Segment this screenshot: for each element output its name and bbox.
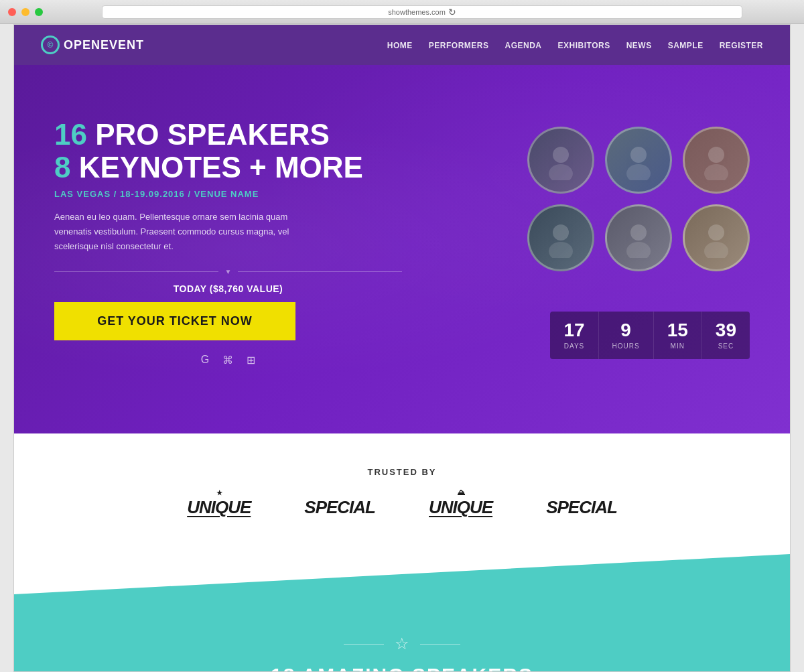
address-bar[interactable]: showthemes.com ↻: [102, 5, 742, 19]
svg-point-8: [630, 224, 647, 241]
headline-num1: 16: [54, 118, 87, 151]
svg-point-10: [708, 224, 724, 241]
svg-point-0: [553, 147, 569, 163]
trusted-section: TRUSTED BY UNIQUE SPECIAL UNIQUE SPECIAL: [14, 433, 790, 554]
close-button[interactable]: [8, 8, 16, 16]
speaker-avatar-2: [605, 127, 672, 194]
nav-performers[interactable]: PERFORMERS: [429, 41, 489, 50]
divider-line-right: [420, 644, 460, 645]
cta-button[interactable]: GET YOUR TICKET NOW: [54, 302, 295, 340]
seconds-label: SEC: [716, 342, 736, 350]
countdown-minutes: 15 MIN: [654, 312, 702, 359]
logo-icon: ©: [41, 36, 60, 54]
trusted-title: TRUSTED BY: [54, 467, 750, 477]
event-info: LAS VEGAS / 18-19.09.2016 / VENUE NAME: [54, 189, 402, 199]
headline-num2: 8: [54, 151, 70, 184]
speakers-grid: [527, 127, 750, 271]
nav-sample[interactable]: SAMPLE: [668, 41, 704, 50]
headline-text1: PRO SPEAKERS: [87, 118, 330, 151]
windows-icon: ⊞: [247, 354, 255, 366]
brand-logo-4: SPECIAL: [546, 497, 617, 518]
hours-number: 9: [612, 321, 640, 340]
apple-icon: ⌘: [222, 354, 233, 366]
svg-point-7: [549, 242, 573, 258]
nav-agenda[interactable]: AGENDA: [505, 41, 542, 50]
star-icon: ☆: [395, 634, 409, 653]
speakers-section: ☆ 18 AMAZING SPEAKERS +: [14, 594, 790, 672]
countdown-days: 17 DAYS: [550, 312, 598, 359]
minimize-button[interactable]: [21, 8, 29, 16]
trusted-logos: UNIQUE SPECIAL UNIQUE SPECIAL: [54, 497, 750, 518]
minutes-label: MIN: [667, 342, 688, 350]
nav-news[interactable]: NEWS: [626, 41, 652, 50]
speakers-section-title: 18 AMAZING SPEAKERS: [41, 664, 763, 672]
browser-window: showthemes.com ↻: [0, 0, 804, 24]
svg-point-2: [630, 147, 647, 163]
svg-point-6: [553, 224, 569, 241]
google-icon: G: [201, 354, 209, 366]
svg-point-4: [708, 147, 724, 163]
nav-menu: HOME PERFORMERS AGENDA EXHIBITORS NEWS S…: [387, 39, 763, 51]
logo[interactable]: © OPENEVENT: [41, 36, 144, 54]
svg-point-11: [704, 242, 728, 258]
price-text: TODAY ($8,760 VALUE): [54, 283, 402, 294]
speaker-avatar-5: [605, 204, 672, 271]
hours-label: HOURS: [612, 342, 640, 350]
seconds-number: 39: [716, 321, 736, 340]
hero-description: Aenean eu leo quam. Pellentesque ornare …: [54, 210, 309, 254]
maximize-button[interactable]: [35, 8, 43, 16]
logo-text: OPENEVENT: [64, 38, 144, 52]
days-label: DAYS: [563, 342, 584, 350]
nav-exhibitors[interactable]: EXHIBITORS: [558, 41, 610, 50]
nav-register[interactable]: REGISTER: [720, 41, 763, 50]
url-text: showthemes.com: [388, 8, 446, 16]
countdown-timer: 17 DAYS 9 HOURS 15 MIN 39 SEC: [550, 312, 750, 359]
section-divider: [14, 554, 790, 594]
nav-home[interactable]: HOME: [387, 41, 413, 50]
title-bar: showthemes.com ↻: [0, 0, 804, 24]
headline-text2: KEYNOTES + MORE: [70, 151, 362, 184]
svg-point-3: [626, 164, 651, 180]
navbar: © OPENEVENT HOME PERFORMERS AGENDA EXHIB…: [14, 25, 790, 65]
speaker-avatar-6: [683, 204, 750, 271]
hero-section: 16 PRO SPEAKERS 8 KEYNOTES + MORE LAS VE…: [14, 65, 790, 433]
hero-headline: 16 PRO SPEAKERS 8 KEYNOTES + MORE: [54, 119, 402, 184]
platform-icons: G ⌘ ⊞: [54, 354, 402, 366]
countdown-seconds: 39 SEC: [702, 312, 750, 359]
svg-point-5: [704, 164, 728, 180]
reload-icon[interactable]: ↻: [448, 7, 456, 17]
speaker-avatar-4: [527, 204, 594, 271]
website-frame: © OPENEVENT HOME PERFORMERS AGENDA EXHIB…: [13, 24, 791, 672]
speaker-avatar-1: [527, 127, 594, 194]
brand-logo-1: UNIQUE: [187, 497, 251, 518]
section-ornament: ☆: [41, 634, 763, 653]
brand-logo-2: SPECIAL: [304, 497, 375, 518]
svg-point-9: [626, 242, 651, 258]
svg-point-1: [549, 164, 573, 180]
days-number: 17: [563, 321, 584, 340]
minutes-number: 15: [667, 321, 688, 340]
brand-logo-3: UNIQUE: [429, 497, 492, 518]
hero-content-right: 17 DAYS 9 HOURS 15 MIN 39 SEC: [402, 127, 750, 359]
countdown-hours: 9 HOURS: [599, 312, 654, 359]
hero-content-left: 16 PRO SPEAKERS 8 KEYNOTES + MORE LAS VE…: [54, 119, 402, 366]
divider-line-left: [344, 644, 384, 645]
speaker-avatar-3: [683, 127, 750, 194]
